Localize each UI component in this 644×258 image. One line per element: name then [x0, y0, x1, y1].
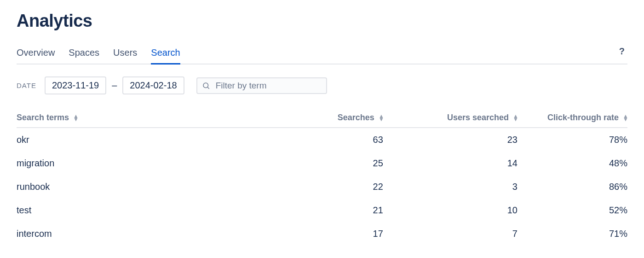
svg-line-1 [207, 87, 209, 88]
sort-icon: ▲▼ [73, 115, 78, 121]
cell-searches: 17 [285, 222, 383, 246]
cell-ctr: 78% [518, 128, 627, 152]
cell-ctr: 86% [518, 175, 627, 199]
col-header-ctr-label: Click-through rate [547, 113, 619, 122]
sort-icon: ▲▼ [379, 115, 383, 121]
cell-searches: 63 [285, 128, 383, 152]
svg-point-0 [203, 83, 208, 88]
date-from-picker[interactable]: 2023-11-19 [45, 76, 106, 94]
table-row: intercom 17 7 71% [17, 222, 627, 246]
col-header-users[interactable]: Users searched ▲▼ [383, 108, 518, 128]
cell-ctr: 52% [518, 199, 627, 222]
table-row: migration 25 14 48% [17, 152, 627, 175]
cell-term: test [17, 199, 285, 222]
table-row: okr 63 23 78% [17, 128, 627, 152]
cell-term: runbook [17, 175, 285, 199]
cell-users: 23 [383, 128, 518, 152]
cell-searches: 22 [285, 175, 383, 199]
search-icon [202, 82, 210, 90]
help-icon[interactable]: ? [616, 46, 627, 61]
cell-users: 10 [383, 199, 518, 222]
tab-search[interactable]: Search [151, 44, 180, 64]
cell-users: 14 [383, 152, 518, 175]
table-row: test 21 10 52% [17, 199, 627, 222]
col-header-term-label: Search terms [17, 113, 69, 122]
col-header-searches[interactable]: Searches ▲▼ [285, 108, 383, 128]
tab-users[interactable]: Users [113, 44, 137, 64]
col-header-ctr[interactable]: Click-through rate ▲▼ [518, 108, 627, 128]
term-filter[interactable] [196, 77, 327, 94]
cell-ctr: 48% [518, 152, 627, 175]
col-header-users-label: Users searched [447, 113, 509, 122]
table-row: runbook 22 3 86% [17, 175, 627, 199]
tab-spaces[interactable]: Spaces [69, 44, 99, 64]
cell-searches: 21 [285, 199, 383, 222]
cell-ctr: 71% [518, 222, 627, 246]
tab-overview[interactable]: Overview [17, 44, 55, 64]
col-header-searches-label: Searches [338, 113, 374, 122]
date-to-picker[interactable]: 2024-02-18 [122, 76, 184, 94]
sort-icon: ▲▼ [513, 115, 518, 121]
cell-term: okr [17, 128, 285, 152]
cell-searches: 25 [285, 152, 383, 175]
cell-term: intercom [17, 222, 285, 246]
filter-controls: DATE 2023-11-19 – 2024-02-18 [17, 76, 627, 94]
tab-bar: Overview Spaces Users Search ? [17, 44, 627, 64]
col-header-term[interactable]: Search terms ▲▼ [17, 108, 285, 128]
page-title: Analytics [17, 11, 627, 31]
search-terms-table: Search terms ▲▼ Searches ▲▼ Users search… [17, 108, 627, 246]
sort-icon: ▲▼ [623, 115, 627, 121]
cell-term: migration [17, 152, 285, 175]
date-range-separator: – [112, 80, 117, 91]
cell-users: 7 [383, 222, 518, 246]
term-filter-input[interactable] [215, 80, 322, 91]
date-label: DATE [17, 82, 36, 89]
cell-users: 3 [383, 175, 518, 199]
